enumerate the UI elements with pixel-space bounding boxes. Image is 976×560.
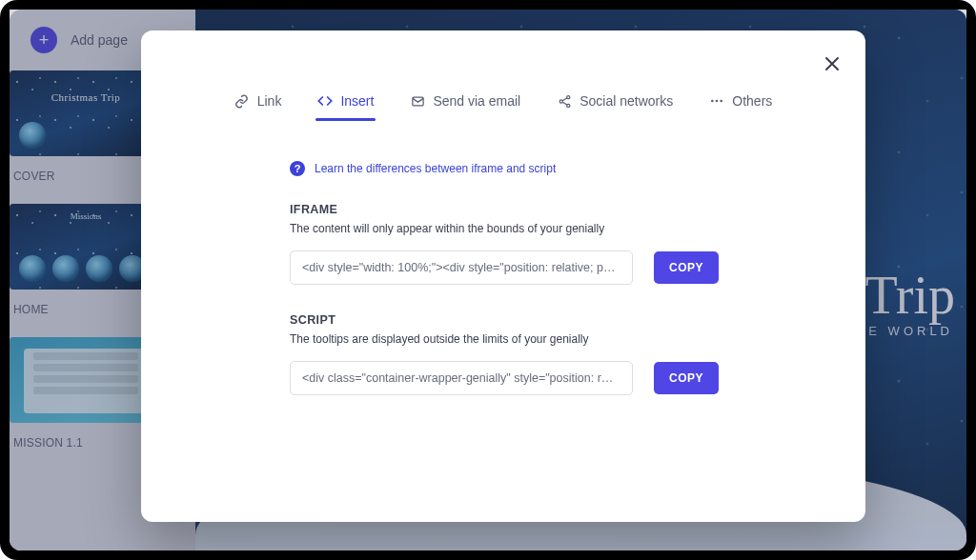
tab-label: Insert [340, 93, 374, 109]
tab-insert[interactable]: Insert [317, 93, 374, 120]
close-icon [824, 55, 841, 72]
tab-email[interactable]: Send via email [410, 93, 520, 120]
share-icon [557, 93, 572, 109]
tab-label: Link [257, 93, 282, 109]
tab-link[interactable]: Link [234, 93, 282, 120]
tab-label: Social networks [580, 93, 673, 109]
more-icon [709, 93, 724, 109]
svg-point-8 [721, 100, 723, 103]
help-line: ? Learn the differences between iframe a… [290, 161, 719, 176]
svg-point-7 [716, 100, 719, 103]
iframe-subtitle: The content will only appear within the … [290, 222, 719, 235]
app-window: + Add page Christmas Trip COVER Missions… [0, 0, 976, 560]
svg-point-3 [566, 104, 569, 107]
script-copy-button[interactable]: COPY [654, 362, 719, 394]
tab-label: Send via email [433, 93, 520, 109]
script-code-input[interactable]: <div class="container-wrapper-genially" … [290, 361, 633, 395]
modal-tabbar: Link Insert Send via email [173, 93, 833, 121]
svg-line-4 [562, 97, 567, 100]
script-title: SCRIPT [290, 313, 719, 327]
tab-others[interactable]: Others [709, 93, 772, 120]
link-icon [234, 93, 250, 109]
iframe-title: IFRAME [290, 203, 719, 216]
script-subtitle: The tooltips are displayed outside the l… [290, 332, 719, 346]
close-button[interactable] [820, 51, 844, 76]
app-content: + Add page Christmas Trip COVER Missions… [10, 10, 966, 550]
help-link[interactable]: Learn the differences between iframe and… [315, 162, 556, 175]
iframe-copy-button[interactable]: COPY [654, 251, 719, 284]
svg-point-2 [559, 99, 562, 102]
modal-body: ? Learn the differences between iframe a… [290, 161, 719, 395]
svg-point-1 [566, 95, 569, 98]
iframe-code-input[interactable]: <div style="width: 100%;"><div style="po… [290, 250, 633, 285]
svg-point-6 [711, 100, 714, 103]
help-icon: ? [290, 161, 305, 176]
share-modal: Link Insert Send via email [141, 30, 865, 522]
tab-social[interactable]: Social networks [557, 93, 673, 120]
svg-line-5 [562, 102, 567, 105]
mail-icon [410, 93, 425, 109]
code-icon [317, 93, 333, 109]
tab-label: Others [732, 93, 772, 109]
